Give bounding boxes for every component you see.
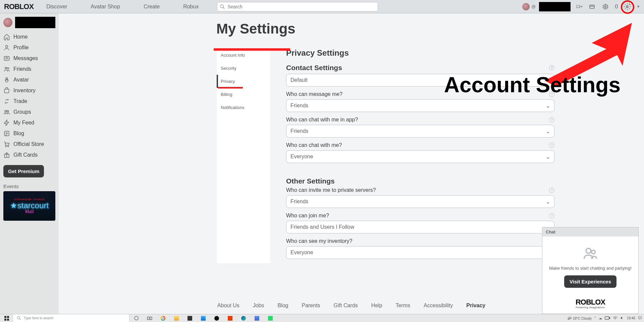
footer-link-help[interactable]: Help [371,303,382,309]
tab-security[interactable]: Security [217,62,270,75]
svg-rect-29 [4,316,6,318]
help-icon[interactable]: ? [549,143,554,148]
sidebar-item-store[interactable]: Official Store [0,139,59,150]
cortana-icon[interactable] [129,314,143,322]
footer-link-parents[interactable]: Parents [302,303,320,309]
sidebar-item-friends[interactable]: Friends [0,64,59,74]
sidebar-item-groups[interactable]: Groups [0,107,59,117]
sidebar-item-home[interactable]: Home [0,32,59,42]
nav-link-discover[interactable]: Discover [46,4,67,10]
search-icon [220,4,225,9]
taskbar-search[interactable]: Type here to search [13,314,129,322]
tab-billing[interactable]: Billing [217,88,270,101]
footer-link-accessibility[interactable]: Accessibility [424,303,453,309]
onedrive-icon[interactable]: ☁ [599,316,602,320]
svg-point-27 [586,248,591,253]
dropdown[interactable]: Friends and Users I Follow⌄ [286,221,554,233]
tab-notifications[interactable]: Notifications [217,101,270,114]
sidebar-item-trade[interactable]: Trade [0,96,59,107]
friends-icon [583,246,598,261]
clock[interactable]: 19:46 [627,316,635,320]
svg-point-17 [7,110,9,112]
svg-line-34 [19,319,20,320]
office-icon[interactable] [223,314,237,322]
field-label: Who can join me?? [286,213,554,219]
tab-account-info[interactable]: Account Info [217,49,270,62]
settings-gear-icon[interactable] [623,3,631,11]
nav-link-robux[interactable]: Robux [183,4,199,10]
svg-rect-37 [150,317,152,320]
visit-experiences-button[interactable]: Visit Experiences [564,275,616,288]
get-premium-button[interactable]: Get Premium [3,165,44,177]
svg-point-23 [8,146,9,147]
settings-tabs: Account InfoSecurityPrivacyBillingNotifi… [216,48,271,264]
blog-icon [3,130,10,137]
svg-point-11 [5,67,7,69]
battery-icon[interactable] [605,316,610,320]
help-icon[interactable]: ? [549,213,554,218]
app-icon[interactable] [250,314,264,322]
dropdown[interactable]: Everyone⌄ [286,150,554,163]
volume-icon[interactable] [620,316,624,321]
chrome-icon[interactable] [156,314,170,322]
sidebar-item-inventory[interactable]: Inventory [0,85,59,96]
search-input[interactable] [217,2,378,11]
sidebar-item-gift[interactable]: Gift Cards [0,150,59,160]
chat-header[interactable]: Chat [542,227,638,236]
avatar[interactable] [522,3,530,10]
weather-widget[interactable]: 18°C Cloudy [567,316,592,321]
notifications-icon[interactable] [588,3,596,11]
sidebar-item-blog[interactable]: Blog [0,128,59,139]
notifications-icon[interactable] [638,316,642,321]
footer-link-terms[interactable]: Terms [396,303,411,309]
footer-link-blog[interactable]: Blog [277,303,288,309]
store-icon[interactable] [183,314,197,322]
mail-icon[interactable] [197,314,210,322]
avatar [3,18,12,27]
svg-rect-32 [7,319,9,321]
svg-rect-14 [6,79,8,80]
username-redacted [539,2,571,11]
inventory-icon [3,87,10,94]
wifi-icon[interactable] [613,316,618,321]
annotation-text: Account Settings [444,72,621,97]
sidebar-user[interactable] [0,17,59,32]
sidebar-item-feed[interactable]: My Feed [0,117,59,128]
dropdown[interactable]: Friends⌄ [286,125,554,138]
footer-link-gift-cards[interactable]: Gift Cards [334,303,358,309]
svg-rect-8 [4,56,9,60]
top-navigation: ROBLOX Discover Avatar Shop Create Robux… [0,0,644,13]
footer-link-jobs[interactable]: Jobs [253,303,264,309]
footer-link-privacy[interactable]: Privacy [466,303,485,309]
sidebar-item-avatar[interactable]: Avatar [0,74,59,85]
sidebar: HomeProfileMessagesFriendsAvatarInventor… [0,13,59,314]
dropdown[interactable]: Friends⌄ [286,195,554,208]
edge-icon[interactable] [237,314,250,322]
xbox-icon[interactable] [210,314,223,322]
help-icon[interactable]: ? [549,187,554,193]
robux-icon[interactable] [601,3,609,11]
dropdown[interactable]: Friends⌄ [286,99,554,112]
tray-chevron-icon[interactable]: ˄ [594,316,596,320]
nav-link-create[interactable]: Create [144,4,160,10]
help-icon[interactable]: ? [549,117,554,122]
explorer-icon[interactable] [170,314,183,322]
event-tile[interactable]: STRANGER THINGS ★starcourt Mall [3,191,55,221]
nav-link-avatar-shop[interactable]: Avatar Shop [91,4,120,10]
footer-link-about-us[interactable]: About Us [217,303,239,309]
sidebar-item-profile[interactable]: Profile [0,42,59,53]
start-button[interactable] [0,314,13,322]
app-icon[interactable] [264,314,277,322]
svg-point-6 [626,6,628,8]
tab-privacy[interactable]: Privacy [217,75,270,88]
help-icon[interactable]: ? [549,65,554,70]
svg-rect-40 [609,317,610,319]
svg-point-12 [7,67,9,69]
task-view-icon[interactable] [143,314,156,322]
username-redacted [15,17,55,28]
dropdown[interactable]: Everyone⌄ [286,246,554,259]
sidebar-item-messages[interactable]: Messages [0,53,59,64]
chat-logo: ROBLOX [548,298,632,307]
chevron-down-icon[interactable]: ▼ [637,5,640,8]
roblox-logo[interactable]: ROBLOX [4,2,34,11]
